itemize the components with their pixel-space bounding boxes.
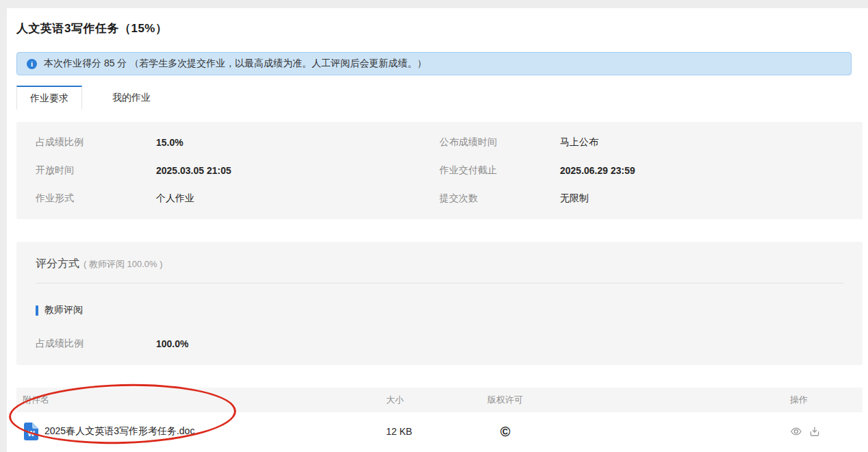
header-actions: 操作 — [790, 394, 863, 406]
detail-value: 马上公布 — [560, 136, 598, 149]
assignment-details-panel: 占成绩比例 15.0% 开放时间 2025.03.05 21:05 作业形式 个… — [16, 122, 863, 219]
info-icon: i — [27, 59, 37, 69]
detail-row-submit-count: 提交次数 无限制 — [439, 184, 843, 212]
detail-row-publish-time: 公布成绩时间 马上公布 — [439, 128, 843, 156]
grading-method-title: 教师评阅 — [44, 304, 83, 316]
header-size: 大小 — [386, 394, 486, 406]
detail-value: 15.0% — [156, 137, 183, 148]
grading-heading: 评分方式 — [36, 257, 79, 271]
attachment-name-cell: W 2025春人文英语3写作形考任务.doc — [16, 423, 386, 440]
tab-my-assignment[interactable]: 我的作业 — [99, 86, 164, 110]
detail-label: 公布成绩时间 — [439, 136, 560, 149]
word-doc-icon: W — [24, 423, 38, 440]
detail-label: 开放时间 — [36, 164, 156, 177]
page-title: 人文英语3写作任务（15%） — [16, 21, 863, 36]
detail-row-open-time: 开放时间 2025.03.05 21:05 — [36, 156, 439, 184]
detail-row-deadline: 作业交付截止 2025.06.29 23:59 — [439, 156, 843, 184]
attachment-table: 附件名 大小 版权许可 操作 W 2025春人文英语3写作形考 — [16, 388, 863, 451]
copyright-icon: © — [486, 425, 524, 438]
score-info-banner: i 本次作业得分 85 分 （若学生多次提交作业，以最高成绩为准。人工评阅后会更… — [16, 52, 852, 75]
grading-method-title-row: 教师评阅 — [36, 304, 843, 316]
attachment-row: W 2025春人文英语3写作形考任务.doc 12 KB © — [16, 412, 863, 451]
preview-eye-icon[interactable] — [790, 425, 802, 438]
tab-label: 我的作业 — [112, 92, 151, 104]
assignment-card: 人文英语3写作任务（15%） i 本次作业得分 85 分 （若学生多次提交作业，… — [7, 8, 868, 452]
score-info-text: 本次作业得分 85 分 （若学生多次提交作业，以最高成绩为准。人工评阅后会更新成… — [44, 58, 426, 70]
detail-label: 占成绩比例 — [36, 136, 156, 149]
details-left-column: 占成绩比例 15.0% 开放时间 2025.03.05 21:05 作业形式 个… — [36, 128, 439, 219]
download-icon[interactable] — [808, 425, 821, 438]
grading-ratio-label: 占成绩比例 — [36, 338, 156, 350]
attachment-size: 12 KB — [386, 426, 486, 437]
header-license-label: 版权许可 — [486, 394, 524, 406]
detail-row-grade-ratio: 占成绩比例 15.0% — [36, 128, 439, 156]
divider — [36, 283, 843, 284]
grading-heading-note: ( 教师评阅 100.0% ) — [84, 258, 163, 271]
tab-assignment-requirements[interactable]: 作业要求 — [16, 86, 82, 110]
header-license: 版权许可 — [486, 394, 790, 406]
detail-value: 2025.06.29 23:59 — [560, 165, 635, 176]
detail-label: 作业形式 — [36, 192, 156, 205]
grading-method-panel: 评分方式 ( 教师评阅 100.0% ) 教师评阅 占成绩比例 100.0% — [16, 242, 863, 365]
svg-text:W: W — [27, 429, 35, 438]
grading-ratio-row: 占成绩比例 100.0% — [36, 329, 843, 357]
attachment-actions — [790, 425, 863, 438]
attachment-table-header: 附件名 大小 版权许可 操作 — [16, 388, 863, 412]
detail-value: 无限制 — [560, 192, 589, 205]
detail-row-assignment-type: 作业形式 个人作业 — [36, 184, 439, 212]
grading-heading-row: 评分方式 ( 教师评阅 100.0% ) — [36, 257, 843, 271]
detail-value: 个人作业 — [156, 192, 194, 205]
attachment-license-cell: © — [486, 425, 790, 438]
detail-value: 2025.03.05 21:05 — [156, 165, 231, 176]
details-right-column: 公布成绩时间 马上公布 作业交付截止 2025.06.29 23:59 提交次数… — [439, 128, 843, 219]
tab-bar: 作业要求 我的作业 — [16, 86, 863, 110]
header-attachment-name: 附件名 — [16, 394, 386, 406]
attachment-file-name[interactable]: 2025春人文英语3写作形考任务.doc — [44, 425, 194, 438]
blue-marker-bar — [36, 305, 38, 316]
grading-ratio-value: 100.0% — [156, 338, 188, 349]
detail-label: 提交次数 — [439, 192, 560, 205]
detail-label: 作业交付截止 — [439, 164, 560, 177]
tab-label: 作业要求 — [30, 92, 68, 105]
